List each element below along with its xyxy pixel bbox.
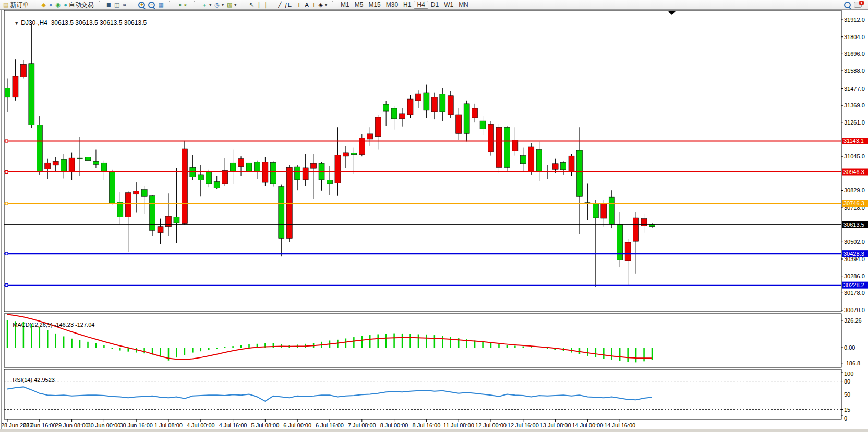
toolbar-group-order: ▤新订单 [0,0,32,9]
profile-button[interactable]: ● [47,1,54,9]
svg-text:30228.2: 30228.2 [843,282,864,288]
svg-text:30 Jun 16:00: 30 Jun 16:00 [119,422,153,428]
timeframe-tf-h1-button[interactable]: H1 [401,1,414,9]
macd-indicator-label: MACD(12,26,9) -146.23 -127.04 [6,315,94,334]
timeframe-tf-d1-button[interactable]: D1 [428,1,441,9]
svg-text:6 Jul 00:00: 6 Jul 00:00 [283,422,311,428]
period-caret[interactable]: ▾ [222,3,224,7]
text-button[interactable]: A [304,1,310,9]
fibo-expansion-button[interactable]: ƒE [283,1,293,9]
text-icon: A [305,1,309,9]
tile-windows-button[interactable]: ▦ [156,1,165,9]
timeframe-tf-w1-button[interactable]: W1 [441,1,456,9]
svg-text:31143.1: 31143.1 [843,138,864,144]
line-anchor-handle[interactable] [5,284,8,287]
toolbar-separator [99,1,102,8]
macd-values: -146.23 -127.04 [54,322,95,328]
toolbar-separator [332,1,335,8]
toolbar-separator [194,1,197,8]
trendline-icon: ╱ [278,1,282,9]
rsi-indicator-label: RSI(14) 42.9523 [6,371,55,389]
line-anchor-handle[interactable] [5,140,8,142]
add-indicator-button[interactable]: ＋▾ [200,1,213,9]
chart-shift-icon: ⇥ [176,1,181,9]
line-chart-button[interactable]: ≈ [121,1,127,9]
svg-text:7 Jul 08:00: 7 Jul 08:00 [348,422,376,428]
notifications-button[interactable]: 1 [852,1,866,9]
vertical-line-button[interactable]: │ [262,1,269,9]
svg-text:29 Jun 08:00: 29 Jun 08:00 [55,422,89,428]
zoom-in-button[interactable]: + [137,1,147,9]
line-anchor-handle[interactable] [5,202,8,205]
toolbar-group-services: ◆●◉●自动交易 [38,0,97,9]
zoom-out-button[interactable]: − [147,1,156,9]
text-label-icon: T [312,1,316,9]
timeframe-tf-m1-button[interactable]: M1 [338,1,352,9]
toolbar-separator [131,1,134,8]
svg-text:30178.0: 30178.0 [844,290,865,296]
svg-text:6 Jul 16:00: 6 Jul 16:00 [316,422,344,428]
price-axis[interactable]: 31912.031804.031696.031588.031477.031369… [841,17,868,313]
candle [504,126,510,171]
collapse-arrow-icon[interactable]: ▼ [14,21,19,26]
chart-shift-button[interactable]: ⇥ [175,1,183,9]
chart-title-bar[interactable]: ▼DJ30-,H4 30613.5 30613.5 30613.5 30613.… [7,12,147,34]
svg-text:30613.5: 30613.5 [843,221,864,228]
toolbar-separator [34,1,37,8]
fibo-retracement-icon: ┈F [295,1,302,9]
toolbar-group-chart-types: ≣◫≈ [103,0,129,9]
crosshair-button[interactable]: ┼ [256,1,263,9]
candle [109,170,115,205]
new-order-icon: ▤ [3,1,8,9]
svg-text:30070.0: 30070.0 [844,307,865,313]
indicator-diamond-button[interactable]: ◆ [40,1,47,9]
timeframe-tf-h4-button[interactable]: H4 [414,1,428,9]
add-indicator-caret[interactable]: ▾ [209,3,211,7]
toolbar-group-right: 1 [841,0,868,9]
timeframe-tf-m5-button[interactable]: M5 [352,1,366,9]
bar-chart-button[interactable]: ≣ [105,1,113,9]
shapes-caret[interactable]: ▾ [325,3,327,7]
indicator-diamond-icon: ◆ [41,1,45,9]
time-axis[interactable]: 28 Jun 202228 Jun 16:0029 Jun 08:0030 Ju… [1,419,635,428]
signal-button[interactable]: ◉ [54,1,63,9]
line-anchor-handle[interactable] [5,171,8,174]
new-order-button[interactable]: ▤新订单 [2,1,30,9]
timeframe-tf-m15-button[interactable]: M15 [366,1,383,9]
zoom-out-icon: − [148,2,155,8]
new-order-label: 新订单 [10,1,29,9]
auto-trading-button[interactable]: ●自动交易 [62,1,95,9]
svg-text:28 Jun 16:00: 28 Jun 16:00 [23,422,56,428]
search-button[interactable] [842,1,852,9]
period-icon: ◷ [214,1,220,9]
timeframe-tf-m30-button[interactable]: M30 [383,1,401,9]
timeframe-tf-mn-button[interactable]: MN [456,1,471,9]
svg-text:30946.3: 30946.3 [843,169,864,175]
fibo-retracement-button[interactable]: ┈F [293,1,303,9]
add-indicator-icon: ＋ [201,1,207,9]
svg-text:31696.0: 31696.0 [844,51,865,57]
price-chart[interactable]: 31912.031804.031696.031588.031477.031369… [0,0,868,432]
svg-text:31369.0: 31369.0 [844,102,865,108]
template-button[interactable]: ▧▾ [225,1,238,9]
candle [150,195,155,236]
period-button[interactable]: ◷▾ [213,1,225,9]
horizontal-line-button[interactable]: ─ [269,1,276,9]
svg-text:31261.0: 31261.0 [844,119,865,126]
svg-text:0: 0 [844,415,847,422]
cursor-button[interactable]: ↖ [247,1,255,9]
svg-text:1 Jul 08:00: 1 Jul 08:00 [154,422,183,428]
svg-text:30502.0: 30502.0 [844,239,865,245]
svg-text:-186.8: -186.8 [844,360,860,366]
candlestick-chart-button[interactable]: ◫ [113,1,121,9]
trendline-button[interactable]: ╱ [276,1,283,9]
shapes-button[interactable]: ◈▾ [317,1,329,9]
auto-scroll-button[interactable]: ⇤ [183,1,190,9]
text-label-button[interactable]: T [310,1,317,9]
price-tag: 30746.3 [842,200,868,207]
template-caret[interactable]: ▾ [234,3,236,7]
line-anchor-handle[interactable] [5,252,8,255]
chart-symbol-label: DJ30-,H4 [21,19,47,27]
candle [270,161,276,186]
svg-text:8 Jul 00:00: 8 Jul 00:00 [380,422,408,428]
